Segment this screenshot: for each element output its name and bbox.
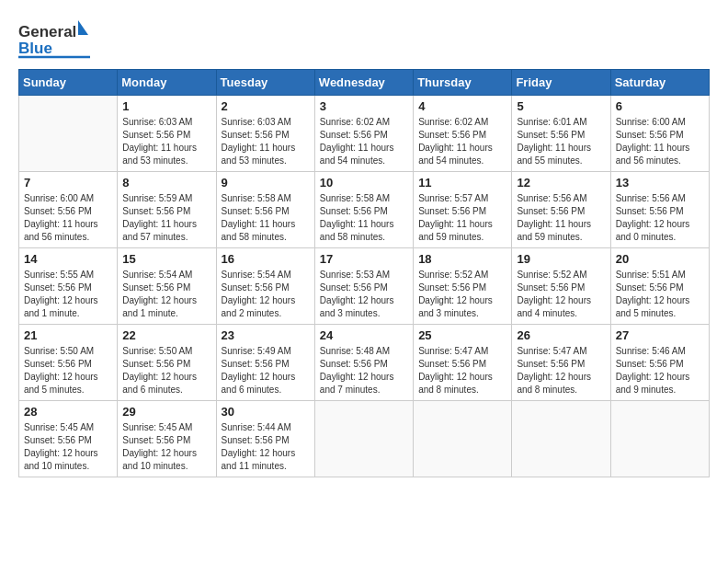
day-number: 13 bbox=[616, 176, 704, 190]
day-number: 1 bbox=[122, 99, 210, 113]
day-number: 5 bbox=[517, 99, 605, 113]
day-of-week-header: Sunday bbox=[19, 70, 118, 96]
day-number: 18 bbox=[418, 252, 506, 266]
day-of-week-header: Tuesday bbox=[216, 70, 314, 96]
day-number: 16 bbox=[222, 252, 310, 266]
day-info: Sunrise: 5:44 AM Sunset: 5:56 PM Dayligh… bbox=[222, 421, 310, 473]
calendar-cell: 8Sunrise: 5:59 AM Sunset: 5:56 PM Daylig… bbox=[118, 172, 216, 248]
page-header: General Blue bbox=[18, 18, 710, 60]
day-info: Sunrise: 6:01 AM Sunset: 5:56 PM Dayligh… bbox=[517, 116, 605, 167]
day-info: Sunrise: 5:58 AM Sunset: 5:56 PM Dayligh… bbox=[320, 192, 408, 244]
calendar-cell: 1Sunrise: 6:03 AM Sunset: 5:56 PM Daylig… bbox=[118, 96, 216, 172]
calendar-cell: 24Sunrise: 5:48 AM Sunset: 5:56 PM Dayli… bbox=[314, 325, 413, 401]
day-info: Sunrise: 5:54 AM Sunset: 5:56 PM Dayligh… bbox=[222, 269, 310, 320]
calendar-table: SundayMondayTuesdayWednesdayThursdayFrid… bbox=[18, 69, 710, 477]
calendar-cell: 9Sunrise: 5:58 AM Sunset: 5:56 PM Daylig… bbox=[216, 172, 314, 248]
day-number: 6 bbox=[616, 99, 704, 113]
day-info: Sunrise: 5:56 AM Sunset: 5:56 PM Dayligh… bbox=[517, 192, 605, 244]
day-number: 28 bbox=[24, 405, 112, 419]
day-info: Sunrise: 5:50 AM Sunset: 5:56 PM Dayligh… bbox=[24, 345, 112, 396]
calendar-cell: 17Sunrise: 5:53 AM Sunset: 5:56 PM Dayli… bbox=[314, 248, 413, 325]
svg-text:General: General bbox=[18, 23, 76, 40]
day-number: 21 bbox=[24, 328, 112, 342]
calendar-cell: 19Sunrise: 5:52 AM Sunset: 5:56 PM Dayli… bbox=[512, 248, 610, 325]
calendar-cell: 2Sunrise: 6:03 AM Sunset: 5:56 PM Daylig… bbox=[216, 96, 314, 172]
calendar-cell bbox=[314, 401, 413, 477]
day-number: 14 bbox=[24, 252, 112, 266]
day-info: Sunrise: 5:52 AM Sunset: 5:56 PM Dayligh… bbox=[517, 269, 605, 320]
calendar-cell: 22Sunrise: 5:50 AM Sunset: 5:56 PM Dayli… bbox=[118, 325, 216, 401]
day-number: 3 bbox=[320, 99, 408, 113]
day-of-week-header: Monday bbox=[118, 70, 216, 96]
day-number: 10 bbox=[320, 176, 408, 190]
day-number: 22 bbox=[122, 328, 210, 342]
calendar-cell: 11Sunrise: 5:57 AM Sunset: 5:56 PM Dayli… bbox=[414, 172, 512, 248]
calendar-week-row: 1Sunrise: 6:03 AM Sunset: 5:56 PM Daylig… bbox=[19, 96, 710, 172]
calendar-cell: 25Sunrise: 5:47 AM Sunset: 5:56 PM Dayli… bbox=[414, 325, 512, 401]
day-number: 20 bbox=[616, 252, 704, 266]
day-number: 27 bbox=[616, 328, 704, 342]
calendar-week-row: 21Sunrise: 5:50 AM Sunset: 5:56 PM Dayli… bbox=[19, 325, 710, 401]
calendar-cell: 30Sunrise: 5:44 AM Sunset: 5:56 PM Dayli… bbox=[216, 401, 314, 477]
calendar-cell: 16Sunrise: 5:54 AM Sunset: 5:56 PM Dayli… bbox=[216, 248, 314, 325]
day-of-week-header: Thursday bbox=[414, 70, 512, 96]
day-number: 23 bbox=[222, 328, 310, 342]
day-number: 12 bbox=[517, 176, 605, 190]
day-info: Sunrise: 5:49 AM Sunset: 5:56 PM Dayligh… bbox=[222, 345, 310, 396]
day-info: Sunrise: 5:47 AM Sunset: 5:56 PM Dayligh… bbox=[418, 345, 506, 396]
logo: General Blue bbox=[18, 18, 92, 60]
calendar-cell: 23Sunrise: 5:49 AM Sunset: 5:56 PM Dayli… bbox=[216, 325, 314, 401]
calendar-cell: 21Sunrise: 5:50 AM Sunset: 5:56 PM Dayli… bbox=[19, 325, 118, 401]
day-number: 24 bbox=[320, 328, 408, 342]
day-number: 7 bbox=[24, 176, 112, 190]
calendar-cell bbox=[610, 401, 709, 477]
day-number: 8 bbox=[122, 176, 210, 190]
day-info: Sunrise: 6:02 AM Sunset: 5:56 PM Dayligh… bbox=[418, 116, 506, 167]
calendar-cell bbox=[512, 401, 610, 477]
calendar-cell: 14Sunrise: 5:55 AM Sunset: 5:56 PM Dayli… bbox=[19, 248, 118, 325]
day-info: Sunrise: 6:03 AM Sunset: 5:56 PM Dayligh… bbox=[222, 116, 310, 167]
calendar-week-row: 14Sunrise: 5:55 AM Sunset: 5:56 PM Dayli… bbox=[19, 248, 710, 325]
day-info: Sunrise: 5:45 AM Sunset: 5:56 PM Dayligh… bbox=[122, 421, 210, 473]
calendar-cell: 15Sunrise: 5:54 AM Sunset: 5:56 PM Dayli… bbox=[118, 248, 216, 325]
calendar-week-row: 7Sunrise: 6:00 AM Sunset: 5:56 PM Daylig… bbox=[19, 172, 710, 248]
day-info: Sunrise: 5:50 AM Sunset: 5:56 PM Dayligh… bbox=[122, 345, 210, 396]
day-info: Sunrise: 5:47 AM Sunset: 5:56 PM Dayligh… bbox=[517, 345, 605, 396]
day-number: 9 bbox=[222, 176, 310, 190]
day-number: 2 bbox=[222, 99, 310, 113]
calendar-cell bbox=[19, 96, 118, 172]
day-info: Sunrise: 6:03 AM Sunset: 5:56 PM Dayligh… bbox=[122, 116, 210, 167]
calendar-cell: 27Sunrise: 5:46 AM Sunset: 5:56 PM Dayli… bbox=[610, 325, 709, 401]
day-info: Sunrise: 5:46 AM Sunset: 5:56 PM Dayligh… bbox=[616, 345, 704, 396]
calendar-cell: 28Sunrise: 5:45 AM Sunset: 5:56 PM Dayli… bbox=[19, 401, 118, 477]
calendar-cell: 18Sunrise: 5:52 AM Sunset: 5:56 PM Dayli… bbox=[414, 248, 512, 325]
day-number: 11 bbox=[418, 176, 506, 190]
day-number: 26 bbox=[517, 328, 605, 342]
calendar-cell: 5Sunrise: 6:01 AM Sunset: 5:56 PM Daylig… bbox=[512, 96, 610, 172]
day-info: Sunrise: 5:48 AM Sunset: 5:56 PM Dayligh… bbox=[320, 345, 408, 396]
day-info: Sunrise: 5:53 AM Sunset: 5:56 PM Dayligh… bbox=[320, 269, 408, 320]
day-number: 17 bbox=[320, 252, 408, 266]
calendar-week-row: 28Sunrise: 5:45 AM Sunset: 5:56 PM Dayli… bbox=[19, 401, 710, 477]
calendar-cell: 26Sunrise: 5:47 AM Sunset: 5:56 PM Dayli… bbox=[512, 325, 610, 401]
day-info: Sunrise: 5:57 AM Sunset: 5:56 PM Dayligh… bbox=[418, 192, 506, 244]
day-of-week-header: Saturday bbox=[610, 70, 709, 96]
day-info: Sunrise: 5:55 AM Sunset: 5:56 PM Dayligh… bbox=[24, 269, 112, 320]
day-info: Sunrise: 5:52 AM Sunset: 5:56 PM Dayligh… bbox=[418, 269, 506, 320]
logo-svg: General Blue bbox=[18, 18, 92, 60]
day-number: 4 bbox=[418, 99, 506, 113]
day-info: Sunrise: 5:56 AM Sunset: 5:56 PM Dayligh… bbox=[616, 192, 704, 244]
calendar-cell: 4Sunrise: 6:02 AM Sunset: 5:56 PM Daylig… bbox=[414, 96, 512, 172]
calendar-cell: 7Sunrise: 6:00 AM Sunset: 5:56 PM Daylig… bbox=[19, 172, 118, 248]
day-number: 25 bbox=[418, 328, 506, 342]
day-info: Sunrise: 6:00 AM Sunset: 5:56 PM Dayligh… bbox=[616, 116, 704, 167]
day-number: 30 bbox=[222, 405, 310, 419]
day-number: 29 bbox=[122, 405, 210, 419]
calendar-cell: 12Sunrise: 5:56 AM Sunset: 5:56 PM Dayli… bbox=[512, 172, 610, 248]
calendar-cell: 13Sunrise: 5:56 AM Sunset: 5:56 PM Dayli… bbox=[610, 172, 709, 248]
day-info: Sunrise: 5:51 AM Sunset: 5:56 PM Dayligh… bbox=[616, 269, 704, 320]
calendar-cell: 6Sunrise: 6:00 AM Sunset: 5:56 PM Daylig… bbox=[610, 96, 709, 172]
day-info: Sunrise: 6:00 AM Sunset: 5:56 PM Dayligh… bbox=[24, 192, 112, 244]
day-number: 19 bbox=[517, 252, 605, 266]
day-number: 15 bbox=[122, 252, 210, 266]
